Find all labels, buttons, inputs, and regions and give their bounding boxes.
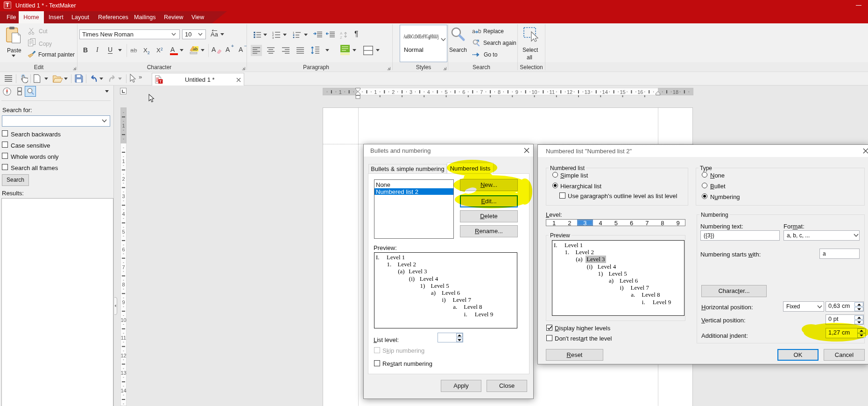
svg-text:3: 3 [272,36,274,39]
svg-text:3: 3 [122,193,125,199]
svg-text:14: 14 [120,388,126,393]
svg-text:3: 3 [409,89,412,95]
svg-text:6: 6 [462,89,465,95]
svg-text:5: 5 [445,89,448,95]
svg-text:14: 14 [602,89,608,95]
svg-text:12: 12 [120,353,126,358]
svg-text:16: 16 [637,89,643,95]
svg-text:5: 5 [122,229,125,235]
svg-text:9: 9 [122,299,125,305]
svg-text:1: 1 [339,89,342,95]
svg-text:10: 10 [531,89,537,95]
svg-text:11: 11 [121,335,126,341]
svg-text:2: 2 [122,176,125,182]
svg-text:1: 1 [122,158,125,164]
svg-text:9: 9 [515,89,518,95]
svg-text:Z: Z [340,36,342,39]
svg-text:12: 12 [567,89,572,95]
svg-text:7: 7 [122,264,125,270]
svg-text:7: 7 [480,89,483,95]
svg-text:1: 1 [374,89,377,95]
svg-text:4: 4 [427,89,430,95]
svg-text:11: 11 [550,89,555,95]
svg-text:1: 1 [293,31,295,34]
svg-text:T: T [159,79,162,84]
svg-text:10: 10 [120,317,126,323]
svg-text:A: A [340,31,343,36]
svg-text:4: 4 [122,211,125,217]
svg-text:...: ... [35,78,38,82]
svg-text:8: 8 [122,282,125,287]
svg-text:1: 1 [122,123,125,128]
svg-text:8: 8 [498,89,501,95]
svg-text:2: 2 [392,89,395,95]
svg-text:13: 13 [120,370,126,376]
svg-text:18: 18 [673,89,678,95]
svg-text:15: 15 [620,89,625,95]
svg-text:13: 13 [585,89,590,95]
svg-text:6: 6 [122,247,125,252]
